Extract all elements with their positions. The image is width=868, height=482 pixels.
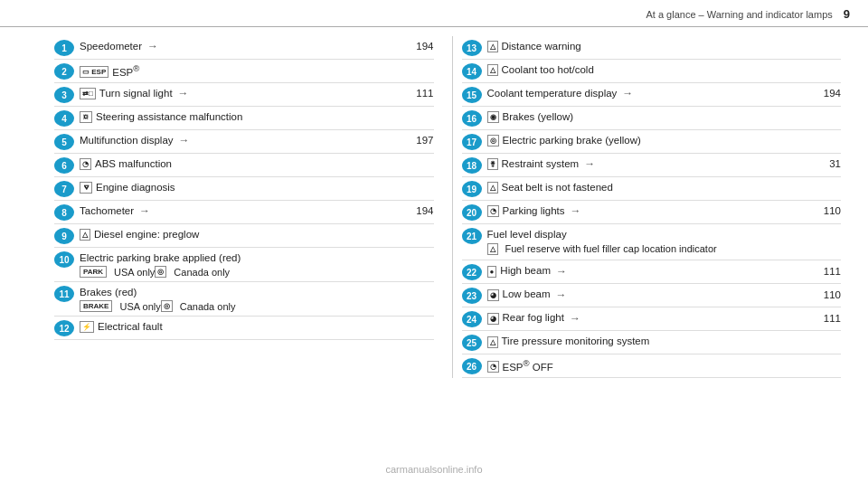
list-item: 13△Distance warning <box>462 36 842 60</box>
item-body: △Diesel engine: preglow <box>80 227 434 241</box>
chapter-title: At a glance – Warning and indicator lamp… <box>646 9 833 20</box>
item-icon: ● <box>487 264 501 277</box>
item-label: ESP® <box>112 62 139 80</box>
item-body: △Coolant too hot/cold <box>487 62 842 77</box>
item-label: Turn signal light <box>99 86 173 100</box>
sub-item: BRAKE USA only <box>80 299 161 313</box>
sub-item: ◎ Canada only <box>155 265 230 279</box>
right-column: 13△Distance warning14△Coolant too hot/co… <box>462 36 851 378</box>
watermark: carmanualsonline.info <box>385 464 482 475</box>
item-main-row: Tachometer→194 <box>80 203 434 218</box>
fuel-sub-text: △ Fuel reserve with fuel filler cap loca… <box>487 241 717 257</box>
item-icon: ⛛ <box>80 181 96 194</box>
item-body: ◔ESP® OFF <box>487 357 842 374</box>
item-icon: ▭ ESP <box>80 64 112 77</box>
item-label: Diesel engine: preglow <box>94 227 199 241</box>
item-arrow: → <box>139 204 150 217</box>
list-item: 20◔Parking lights→110 <box>462 201 842 224</box>
item-number: 7 <box>54 181 74 197</box>
item-main-row: ◔ESP® OFF <box>487 357 842 374</box>
item-main-row: △Diesel engine: preglow <box>80 227 434 241</box>
item-label: Distance warning <box>502 39 581 53</box>
item-main-row: ⛛Engine diagnosis <box>80 180 434 194</box>
item-main-row: △Coolant too hot/cold <box>487 62 842 77</box>
item-number: 15 <box>462 87 482 103</box>
item-main-row: Coolant temperature display→194 <box>487 86 842 100</box>
item-main-row: Electric parking brake applied (red) <box>80 250 434 265</box>
item-body: ●High beam→111 <box>487 263 842 278</box>
item-main-row: ⛭Steering assistance malfunction <box>80 109 434 124</box>
item-number: 12 <box>54 320 74 336</box>
item-label: Brakes (yellow) <box>503 109 574 124</box>
item-body: ⚵Restraint system→31 <box>487 156 842 171</box>
item-number: 8 <box>54 204 74 221</box>
item-body: ⛭Steering assistance malfunction <box>80 109 434 124</box>
item-main-row: ◔Parking lights→110 <box>487 203 842 218</box>
sub-item-text: Canada only <box>174 267 230 278</box>
list-item: 11Brakes (red)BRAKE USA only◎ Canada onl… <box>54 282 434 317</box>
item-label: Parking lights <box>503 203 565 218</box>
item-label: Coolant too hot/cold <box>502 62 594 77</box>
list-item: 7⛛Engine diagnosis <box>54 177 434 201</box>
item-page-ref: 194 <box>412 205 433 216</box>
item-body: △Tire pressure monitoring system <box>487 334 842 348</box>
item-number: 19 <box>462 181 482 197</box>
item-number: 16 <box>462 110 482 127</box>
fuel-description: Fuel reserve with fuel filler cap locati… <box>505 242 717 256</box>
item-number: 3 <box>54 87 74 103</box>
item-number: 18 <box>462 157 482 174</box>
list-item: 14△Coolant too hot/cold <box>462 60 842 83</box>
item-number: 4 <box>54 110 74 127</box>
item-body: ◔ABS malfunction <box>80 156 434 171</box>
item-icon-left: △ <box>487 335 502 347</box>
item-label: Coolant temperature display <box>487 86 618 100</box>
item-icon: ◉ <box>487 110 503 123</box>
item-number: 21 <box>462 228 482 244</box>
column-divider <box>452 36 453 378</box>
item-body: △Distance warning <box>487 39 842 53</box>
item-number: 1 <box>54 40 74 56</box>
sub-item-text: Canada only <box>180 301 236 312</box>
item-body: ⛛Engine diagnosis <box>80 180 434 194</box>
item-main-row: ◎Electric parking brake (yellow) <box>487 133 842 147</box>
item-body: Speedometer→194 <box>80 39 434 53</box>
item-arrow: → <box>584 157 595 170</box>
item-number: 5 <box>54 134 74 150</box>
list-item: 5Multifunction display→197 <box>54 130 434 154</box>
item-label: Engine diagnosis <box>96 180 175 194</box>
item-label: Electrical fault <box>98 319 163 334</box>
item-arrow: → <box>556 265 567 278</box>
item-number: 2 <box>54 63 74 80</box>
item-body: Multifunction display→197 <box>80 133 434 147</box>
item-label: High beam <box>500 263 551 278</box>
item-main-row: ◉Brakes (yellow) <box>487 109 842 124</box>
item-main-row: ●High beam→111 <box>487 263 842 278</box>
item-body: Coolant temperature display→194 <box>487 86 842 100</box>
item-body: ⚡Electrical fault <box>80 319 434 334</box>
item-number: 23 <box>462 288 482 304</box>
item-number: 11 <box>54 286 74 302</box>
list-item: 19△Seat belt is not fastened <box>462 177 842 201</box>
list-item: 6◔ABS malfunction <box>54 154 434 177</box>
item-body: ▭ ESPESP® <box>80 62 434 80</box>
item-number: 20 <box>462 204 482 221</box>
list-item: 10Electric parking brake applied (red)PA… <box>54 248 434 282</box>
item-page-ref: 31 <box>826 158 841 169</box>
item-number: 10 <box>54 251 74 268</box>
item-label: Electric parking brake (yellow) <box>503 133 641 147</box>
item-icon: ⛭ <box>80 110 96 123</box>
list-item: 3⇄□Turn signal light→111 <box>54 83 434 107</box>
item-label: Restraint system <box>502 156 580 171</box>
item-main-row: ⇄□Turn signal light→111 <box>80 86 434 100</box>
item-icon: ◕ <box>487 288 503 300</box>
item-number: 26 <box>462 358 482 374</box>
item-page-ref: 111 <box>412 88 433 99</box>
list-item: 23◕Low beam→110 <box>462 284 842 307</box>
item-label: Electric parking brake applied (red) <box>80 250 241 265</box>
item-main-row: ◕Rear fog light→111 <box>487 310 842 325</box>
item-icon: △ <box>487 63 502 76</box>
item-page-ref: 111 <box>820 266 841 277</box>
sub-item: ◎ Canada only <box>161 299 236 313</box>
item-icon: ◎ <box>487 134 503 146</box>
item-number: 13 <box>462 40 482 56</box>
